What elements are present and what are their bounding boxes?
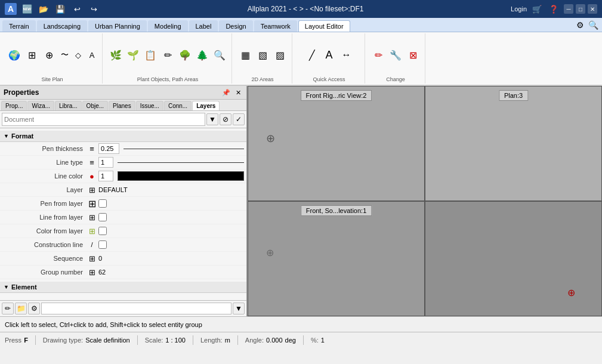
line-color-input[interactable] (98, 171, 113, 181)
panel-search[interactable] (2, 113, 205, 126)
bottom-search[interactable] (41, 303, 231, 314)
tab-terrain[interactable]: Terrain (2, 20, 36, 32)
qa3-icon[interactable]: ↔ (338, 47, 355, 63)
tab-label[interactable]: Label (189, 20, 218, 32)
tab-urban-planning[interactable]: Urban Planning (88, 20, 147, 32)
grid-icon[interactable]: ⊞ (23, 47, 40, 63)
close-button[interactable]: ✕ (588, 4, 597, 14)
sequence-value: 0 (98, 255, 102, 262)
settings-icon[interactable]: ⚙ (573, 18, 586, 32)
viewport-plan-label: Plan:3 (499, 90, 528, 101)
viewport-red-icon: ⊕ (567, 287, 575, 298)
open-icon[interactable]: 📂 (37, 2, 50, 16)
plant4-icon[interactable]: ✏ (159, 47, 176, 63)
angle-value: 0.000 (266, 337, 283, 344)
folder-icon[interactable]: 📁 (15, 303, 27, 314)
area1-icon[interactable]: ▦ (237, 47, 254, 63)
site-plan-icon[interactable]: 🌍 (6, 47, 23, 63)
bottom-dropdown[interactable]: ▼ (233, 303, 245, 314)
ribbon-toolbar: 🌍 ⊞ ⊕ 〜 ◇ A Site Plan 🌿 🌱 📋 ✏ 🌳 🌲 🔍 Plan… (0, 32, 602, 86)
pen-thickness-input[interactable] (98, 143, 119, 154)
area3-icon[interactable]: ▨ (271, 47, 288, 63)
pen-thickness-preview (124, 149, 244, 149)
pin-icon[interactable]: 📌 (221, 88, 231, 97)
tab-wiza[interactable]: Wiza... (27, 101, 54, 110)
format-section-header[interactable]: ▼ Format (0, 131, 246, 142)
help-icon[interactable]: ❓ (547, 2, 560, 16)
plant2-icon[interactable]: 🌱 (125, 47, 141, 63)
construction-line-icon: / (87, 239, 97, 250)
status-bar: Click left to select, Ctrl+click to add,… (0, 316, 602, 332)
panel-close-icon[interactable]: ✕ (233, 88, 243, 97)
format-label: Format (11, 132, 33, 140)
text-icon[interactable]: A (85, 48, 98, 61)
plant5-icon[interactable]: 🌳 (177, 47, 193, 63)
color-from-layer-checkbox[interactable] (98, 227, 107, 235)
scale-label: Scale: (145, 337, 163, 344)
pen-from-layer-checkbox[interactable] (98, 199, 107, 208)
plant6-icon[interactable]: 🌲 (194, 47, 211, 63)
tab-teamwork[interactable]: Teamwork (254, 20, 297, 32)
change1-icon[interactable]: ✏ (370, 47, 387, 63)
new-icon[interactable]: 🆕 (20, 2, 33, 16)
ribbon-group-change: ✏ 🔧 ⊠ Change (366, 33, 425, 84)
tab-conn[interactable]: Conn... (164, 101, 192, 110)
minimize-button[interactable]: ─ (564, 4, 573, 14)
panel-tabs: Prop... Wiza... Libra... Obje... Planes … (0, 100, 246, 111)
viewport-elevation: Front, So...levation:1 ⊕ (248, 201, 425, 316)
search-icon[interactable]: 🔍 (586, 18, 600, 32)
sep2 (137, 335, 138, 345)
login-button[interactable]: Login (511, 5, 527, 13)
edit-icon[interactable]: ✏ (2, 303, 14, 314)
curve-icon[interactable]: 〜 (58, 48, 71, 61)
sep3 (193, 335, 193, 345)
shape-icon[interactable]: ◇ (72, 48, 85, 61)
change2-icon[interactable]: 🔧 (387, 47, 404, 63)
redo-icon[interactable]: ↪ (87, 2, 100, 16)
tab-planes[interactable]: Planes (109, 101, 135, 110)
ribbon-group-quick-access: ╱ A ↔ Quick Access (294, 33, 365, 84)
save-icon[interactable]: 💾 (54, 2, 67, 16)
drawing-type-label: Drawing type: (43, 337, 83, 344)
area2-icon[interactable]: ▧ (254, 47, 271, 63)
tab-libra[interactable]: Libra... (55, 101, 82, 110)
line-from-layer-label: Line from layer (0, 214, 87, 221)
tab-layers[interactable]: Layers (192, 101, 220, 110)
tab-modeling[interactable]: Modeling (148, 20, 188, 32)
dropdown-btn[interactable]: ▼ (206, 113, 218, 125)
element-section-header[interactable]: ▼ Element (0, 282, 246, 293)
color-swatch[interactable] (118, 171, 244, 181)
filter-icon[interactable]: ⊘ (220, 113, 231, 125)
sep4 (237, 335, 238, 345)
tab-prop[interactable]: Prop... (1, 101, 27, 110)
settings2-icon[interactable]: ⚙ (28, 303, 40, 314)
target-icon[interactable]: ⊕ (41, 47, 57, 63)
check-icon[interactable]: ✓ (233, 113, 245, 125)
line-type-input[interactable] (98, 157, 113, 168)
change3-icon[interactable]: ⊠ (405, 47, 421, 63)
viewport-ring-icon: ⊕ (266, 247, 274, 258)
panel-toolbar: ▼ ⊘ ✓ (0, 111, 246, 128)
viewport-front-rig-label: Front Rig...ric View:2 (301, 90, 372, 101)
pen-thickness-label: Pen thickness (0, 145, 87, 152)
tab-obje[interactable]: Obje... (82, 101, 108, 110)
cart-icon[interactable]: 🛒 (530, 2, 544, 16)
undo-icon[interactable]: ↩ (70, 2, 84, 16)
plant7-icon[interactable]: 🔍 (211, 47, 228, 63)
info-bar: Press F Drawing type: Scale definition S… (0, 332, 602, 347)
construction-line-checkbox[interactable] (98, 240, 107, 249)
scale-info: Scale: 1 : 100 (145, 337, 186, 344)
quick-access-label: Quick Access (313, 75, 345, 82)
restore-button[interactable]: □ (576, 4, 585, 14)
qa2-icon[interactable]: A (321, 47, 338, 63)
viewport-crosshair-icon: ⊕ (266, 132, 275, 145)
tab-layout-editor[interactable]: Layout Editor (298, 20, 350, 32)
tab-landscaping[interactable]: Landscaping (37, 20, 87, 32)
line-from-layer-checkbox[interactable] (98, 213, 107, 221)
qa1-icon[interactable]: ╱ (304, 47, 320, 63)
drawing-type-value: Scale definition (85, 337, 130, 344)
plant1-icon[interactable]: 🌿 (107, 47, 124, 63)
plant3-icon[interactable]: 📋 (142, 47, 159, 63)
tab-design[interactable]: Design (219, 20, 252, 32)
tab-issue[interactable]: Issue... (136, 101, 163, 110)
